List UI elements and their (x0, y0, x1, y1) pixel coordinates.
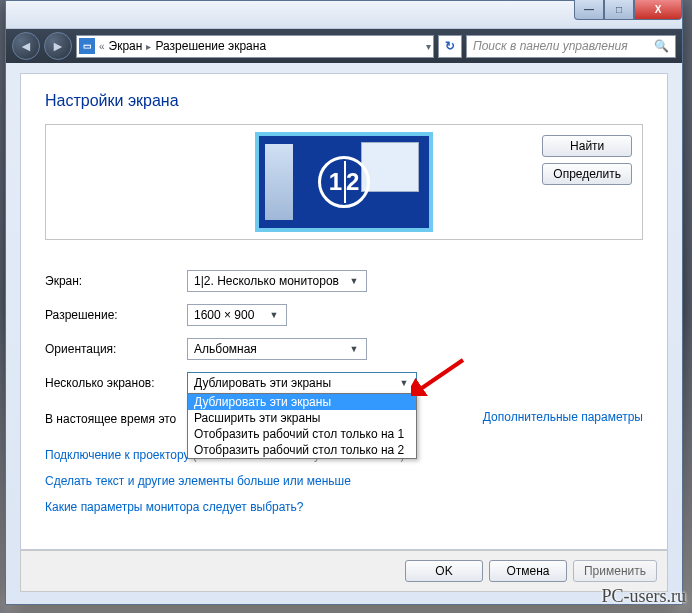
orientation-dropdown[interactable]: Альбомная ▼ (187, 338, 367, 360)
orientation-value: Альбомная (194, 342, 257, 356)
preview-buttons: Найти Определить (542, 135, 632, 185)
search-input[interactable]: Поиск в панели управления 🔍 (466, 35, 676, 58)
forward-button[interactable]: ► (44, 32, 72, 60)
dropdown-option[interactable]: Дублировать эти экраны (188, 394, 416, 410)
multiple-displays-row: Несколько экранов: Дублировать эти экран… (21, 366, 667, 400)
dropdown-icon[interactable]: ▾ (426, 41, 431, 52)
multiple-displays-dropdown[interactable]: Дублировать эти экраны ▼ Дублировать эти… (187, 372, 417, 394)
resolution-label: Разрешение: (45, 308, 187, 322)
dialog-footer: OK Отмена Применить (20, 550, 668, 592)
dropdown-option[interactable]: Отобразить рабочий стол только на 2 (188, 442, 416, 458)
chevron-down-icon: ▼ (346, 341, 362, 357)
chevron-down-icon: ▼ (266, 307, 282, 323)
textsize-link-line: Сделать текст и другие элементы больше и… (21, 468, 667, 494)
ok-button[interactable]: OK (405, 560, 483, 582)
dropdown-option[interactable]: Отобразить рабочий стол только на 1 (188, 426, 416, 442)
arrow-left-icon: ◄ (19, 38, 33, 54)
cancel-button[interactable]: Отмена (489, 560, 567, 582)
screen-row: Экран: 1|2. Несколько мониторов ▼ (21, 264, 667, 298)
window: — □ X ◄ ► ▭ « Экран ▸ Разрешение экрана … (5, 0, 683, 605)
page-title: Настройки экрана (21, 74, 667, 124)
orientation-row: Ориентация: Альбомная ▼ (21, 332, 667, 366)
which-monitor-link[interactable]: Какие параметры монитора следует выбрать… (45, 500, 304, 514)
minimize-button[interactable]: — (574, 0, 604, 20)
breadcrumb-prefix: « (99, 41, 105, 52)
textsize-link[interactable]: Сделать текст и другие элементы больше и… (45, 474, 351, 488)
breadcrumb-item[interactable]: Разрешение экрана (155, 39, 266, 53)
screen-value: 1|2. Несколько мониторов (194, 274, 339, 288)
monitor-icon: ▭ (79, 38, 95, 54)
monitor-preview-box: 12 Найти Определить (45, 124, 643, 240)
advanced-settings-link[interactable]: Дополнительные параметры (483, 410, 643, 424)
multiple-displays-value: Дублировать эти экраны (194, 376, 331, 390)
find-button[interactable]: Найти (542, 135, 632, 157)
resolution-dropdown[interactable]: 1600 × 900 ▼ (187, 304, 287, 326)
address-bar[interactable]: ▭ « Экран ▸ Разрешение экрана ▾ (76, 35, 434, 58)
navbar: ◄ ► ▭ « Экран ▸ Разрешение экрана ▾ ↻ По… (6, 29, 682, 63)
screen-label: Экран: (45, 274, 187, 288)
dropdown-option[interactable]: Расширить эти экраны (188, 410, 416, 426)
back-button[interactable]: ◄ (12, 32, 40, 60)
monitor-preview[interactable]: 12 (255, 132, 433, 232)
chevron-right-icon: ▸ (146, 41, 151, 52)
detect-button[interactable]: Определить (542, 163, 632, 185)
search-placeholder: Поиск в панели управления (473, 39, 628, 53)
which-link-line: Какие параметры монитора следует выбрать… (21, 494, 667, 520)
watermark: PC-users.ru (602, 586, 687, 607)
resolution-value: 1600 × 900 (194, 308, 254, 322)
maximize-button[interactable]: □ (604, 0, 634, 20)
search-icon[interactable]: 🔍 (654, 39, 669, 53)
chevron-down-icon: ▼ (346, 273, 362, 289)
titlebar[interactable]: — □ X (6, 1, 682, 29)
close-button[interactable]: X (634, 0, 682, 20)
breadcrumb-item[interactable]: Экран (109, 39, 143, 53)
apply-button[interactable]: Применить (573, 560, 657, 582)
monitor-number-badge: 12 (318, 156, 370, 208)
refresh-button[interactable]: ↻ (438, 35, 462, 58)
refresh-icon: ↻ (445, 39, 455, 53)
window-controls: — □ X (574, 0, 682, 20)
projector-link[interactable]: Подключение к проектору (45, 448, 190, 462)
chevron-down-icon: ▼ (396, 375, 412, 391)
content-panel: Настройки экрана 12 Найти Определить Экр… (20, 73, 668, 550)
screen-dropdown[interactable]: 1|2. Несколько мониторов ▼ (187, 270, 367, 292)
multiple-displays-label: Несколько экранов: (45, 376, 187, 390)
resolution-row: Разрешение: 1600 × 900 ▼ (21, 298, 667, 332)
dropdown-list: Дублировать эти экраны Расширить эти экр… (187, 393, 417, 459)
arrow-right-icon: ► (51, 38, 65, 54)
orientation-label: Ориентация: (45, 342, 187, 356)
